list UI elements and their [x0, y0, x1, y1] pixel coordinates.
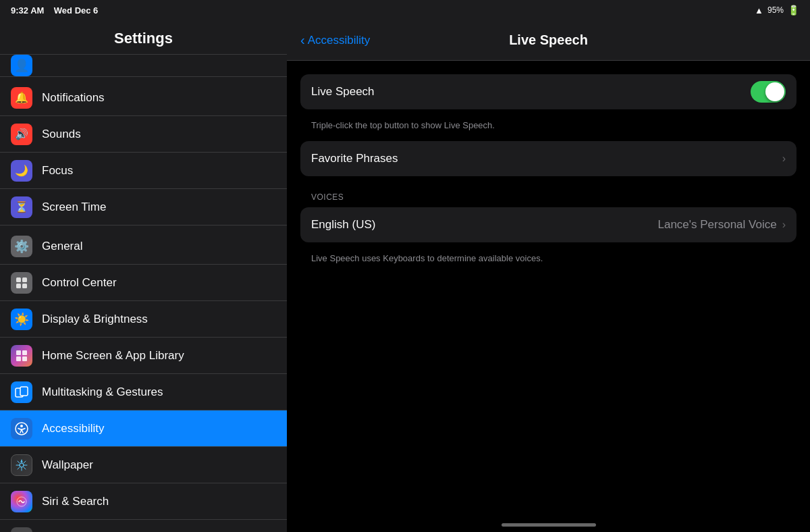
english-us-label: English (US)	[311, 218, 657, 232]
apple-pencil-icon	[11, 527, 32, 533]
status-time: 9:32 AM Wed Dec 6	[11, 5, 98, 16]
notifications-label: Notifications	[42, 91, 105, 105]
svg-rect-6	[16, 356, 21, 361]
home-screen-label: Home Screen & App Library	[42, 349, 184, 363]
sidebar-item-screen-time[interactable]: ⏳ Screen Time	[0, 189, 287, 225]
voices-hint: Live Speech uses Keyboards to determine …	[300, 248, 796, 274]
svg-point-12	[20, 463, 24, 467]
svg-point-10	[16, 423, 28, 435]
sidebar-item-multitasking[interactable]: Multitasking & Gestures	[0, 374, 287, 410]
svg-rect-4	[16, 350, 21, 355]
svg-rect-7	[22, 356, 27, 361]
live-speech-toggle[interactable]	[751, 81, 786, 103]
favorite-phrases-group: Favorite Phrases ›	[300, 141, 796, 176]
english-us-chevron: ›	[782, 219, 786, 231]
date: Wed Dec 6	[54, 5, 99, 16]
sidebar-item-control-center[interactable]: Control Center	[0, 265, 287, 301]
multitasking-label: Multitasking & Gestures	[42, 385, 163, 399]
sidebar-title: Settings	[14, 30, 273, 47]
svg-rect-2	[16, 284, 21, 288]
toggle-knob	[765, 82, 784, 101]
svg-rect-1	[22, 277, 27, 282]
accessibility-icon	[11, 418, 32, 440]
english-us-value: Lance's Personal Voice	[657, 218, 776, 232]
detail-panel: ‹ Accessibility Live Speech Live Speech …	[287, 20, 810, 532]
voices-group: English (US) Lance's Personal Voice ›	[300, 207, 796, 242]
status-bar: 9:32 AM Wed Dec 6 ▲ 95% 🔋	[0, 0, 810, 20]
voices-section-header: VOICES	[300, 182, 796, 207]
sidebar-group-2: ⚙️ General Control Center ☀️ Display & B…	[0, 225, 287, 532]
accessibility-label: Accessibility	[42, 422, 105, 435]
sidebar-group-1: 🔔 Notifications 🔊 Sounds 🌙 Focus ⏳ Scree…	[0, 77, 287, 225]
sidebar-item-accessibility[interactable]: Accessibility	[0, 410, 287, 447]
sidebar-item-general[interactable]: ⚙️ General	[0, 228, 287, 265]
display-brightness-icon: ☀️	[11, 309, 32, 330]
sidebar-item-sounds[interactable]: 🔊 Sounds	[0, 116, 287, 153]
display-brightness-label: Display & Brightness	[42, 313, 148, 326]
detail-title: Live Speech	[509, 32, 588, 48]
battery-percentage: 95%	[767, 5, 784, 15]
detail-content: Live Speech Triple-click the top button …	[287, 61, 810, 509]
live-speech-row-label: Live Speech	[311, 85, 751, 99]
home-bar	[502, 523, 596, 527]
back-label: Accessibility	[308, 34, 371, 47]
sidebar-item-home-screen[interactable]: Home Screen & App Library	[0, 338, 287, 374]
focus-label: Focus	[42, 164, 73, 178]
profile-icon: 👤	[11, 55, 32, 76]
sidebar-item-profile[interactable]: 👤	[0, 55, 287, 77]
control-center-icon	[11, 272, 32, 294]
sidebar-item-focus[interactable]: 🌙 Focus	[0, 153, 287, 189]
live-speech-row: Live Speech	[300, 74, 796, 109]
time: 9:32 AM	[11, 5, 44, 16]
status-right: ▲ 95% 🔋	[755, 5, 799, 16]
main-layout: Settings 👤 🔔 Notifications 🔊 Sounds 🌙 Fo…	[0, 20, 810, 532]
sidebar-item-siri-search[interactable]: Siri & Search	[0, 483, 287, 520]
live-speech-hint: Triple-click the top button to show Live…	[300, 115, 796, 141]
wifi-icon: ▲	[755, 5, 763, 16]
sidebar-item-apple-pencil[interactable]: Apple Pencil	[0, 520, 287, 532]
battery-icon: 🔋	[788, 5, 799, 16]
favorite-phrases-chevron: ›	[782, 153, 786, 165]
focus-icon: 🌙	[11, 160, 32, 182]
live-speech-group: Live Speech	[300, 74, 796, 109]
home-indicator	[287, 509, 810, 532]
control-center-label: Control Center	[42, 276, 117, 290]
svg-rect-0	[16, 277, 21, 282]
svg-rect-3	[22, 284, 27, 288]
sounds-label: Sounds	[42, 128, 81, 141]
detail-header: ‹ Accessibility Live Speech	[287, 20, 810, 61]
favorite-phrases-row[interactable]: Favorite Phrases ›	[300, 141, 796, 176]
home-screen-icon	[11, 345, 32, 367]
siri-icon	[11, 491, 32, 512]
back-button[interactable]: ‹ Accessibility	[300, 32, 370, 48]
svg-rect-9	[20, 387, 28, 396]
wallpaper-icon	[11, 454, 32, 476]
sounds-icon: 🔊	[11, 124, 32, 145]
multitasking-icon	[11, 381, 32, 403]
wallpaper-label: Wallpaper	[42, 458, 93, 472]
screen-time-icon: ⏳	[11, 196, 32, 218]
sidebar-item-wallpaper[interactable]: Wallpaper	[0, 447, 287, 483]
sidebar: Settings 👤 🔔 Notifications 🔊 Sounds 🌙 Fo…	[0, 20, 287, 532]
sidebar-header: Settings	[0, 20, 287, 55]
general-icon: ⚙️	[11, 236, 32, 257]
favorite-phrases-label: Favorite Phrases	[311, 152, 782, 165]
sidebar-item-notifications[interactable]: 🔔 Notifications	[0, 80, 287, 116]
english-us-row[interactable]: English (US) Lance's Personal Voice ›	[300, 207, 796, 242]
back-chevron-icon: ‹	[300, 32, 305, 48]
siri-search-label: Siri & Search	[42, 495, 109, 508]
svg-point-11	[20, 425, 23, 427]
notifications-icon: 🔔	[11, 87, 32, 109]
general-label: General	[42, 240, 82, 253]
sidebar-item-display-brightness[interactable]: ☀️ Display & Brightness	[0, 301, 287, 338]
svg-rect-5	[22, 350, 27, 355]
screen-time-label: Screen Time	[42, 201, 106, 214]
detail-header-wrapper: ‹ Accessibility Live Speech	[300, 32, 796, 48]
